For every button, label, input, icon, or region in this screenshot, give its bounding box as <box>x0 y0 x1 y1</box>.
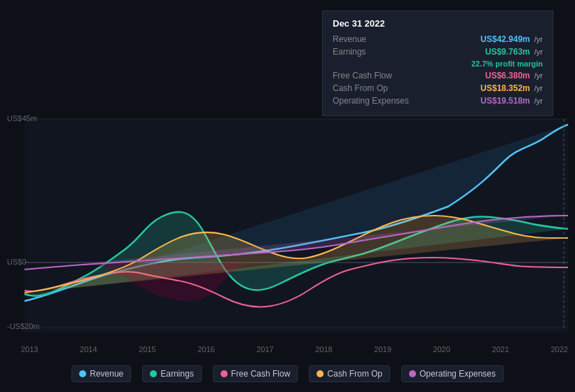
x-axis-labels: 2013 2014 2015 2016 2017 2018 2019 2020 … <box>21 345 568 354</box>
y-axis-bottom: -US$20m <box>7 322 39 330</box>
legend-opex[interactable]: Operating Expenses <box>401 365 504 382</box>
chart-container: US$45m US$0 -US$20m 2013 2014 2015 2016 … <box>0 0 575 392</box>
legend-cashfromop[interactable]: Cash From Op <box>309 365 390 382</box>
chart-legend: Revenue Earnings Free Cash Flow Cash Fro… <box>0 365 575 382</box>
y-axis-top: US$45m <box>7 114 37 122</box>
tooltip-row-fcf: Free Cash Flow US$6.380m/yr <box>333 71 543 80</box>
tooltip-row-revenue: Revenue US$42.949m/yr <box>333 34 543 44</box>
tooltip-row-profit-margin: 22.7% profit margin <box>333 59 543 68</box>
legend-revenue-dot <box>79 370 86 377</box>
y-axis-mid: US$0 <box>7 258 27 266</box>
tooltip-title: Dec 31 2022 <box>333 18 543 29</box>
tooltip-row-opex: Operating Expenses US$19.518m/yr <box>333 96 543 106</box>
tooltip-row-cashfromop: Cash From Op US$18.352m/yr <box>333 83 543 93</box>
legend-cashfromop-dot <box>317 370 324 377</box>
legend-fcf[interactable]: Free Cash Flow <box>213 365 298 382</box>
legend-earnings-dot <box>150 370 157 377</box>
legend-opex-dot <box>409 370 416 377</box>
legend-fcf-dot <box>221 370 228 377</box>
legend-revenue[interactable]: Revenue <box>71 365 131 382</box>
data-tooltip: Dec 31 2022 Revenue US$42.949m/yr Earnin… <box>322 10 553 116</box>
legend-earnings[interactable]: Earnings <box>142 365 201 382</box>
tooltip-row-earnings: Earnings US$9.763m/yr <box>333 47 543 57</box>
